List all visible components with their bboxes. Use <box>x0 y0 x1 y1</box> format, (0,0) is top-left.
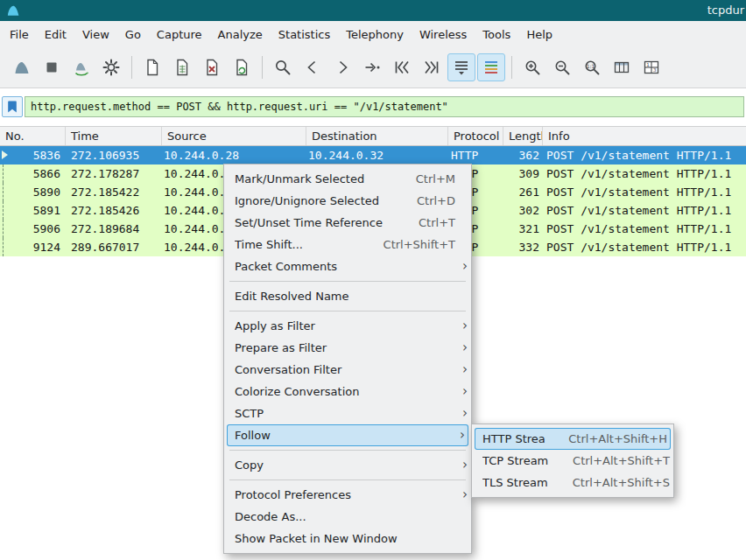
cell-time: 272.178287 <box>66 164 162 183</box>
packet-context-menu: Mark/Unmark Selected Ctrl+M Ignore/Unign… <box>223 164 472 554</box>
column-header-protocol[interactable]: Protocol <box>448 127 503 145</box>
goto-arrow-icon <box>362 58 382 77</box>
related-packet-line <box>3 201 4 220</box>
displayed-columns-button[interactable]: 1 3 <box>637 53 665 81</box>
menu-item-protocol-preferences[interactable]: Protocol Preferences › <box>224 484 471 506</box>
menu-statistics[interactable]: Statistics <box>271 24 338 46</box>
find-packet-button[interactable] <box>269 53 297 81</box>
column-header-destination[interactable]: Destination <box>306 127 448 145</box>
svg-text:3: 3 <box>653 67 657 73</box>
submenu-arrow-icon: › <box>453 425 465 445</box>
last-packet-button[interactable] <box>418 53 446 81</box>
menu-item-label: Prepare as Filter <box>235 338 455 358</box>
start-capture-button[interactable] <box>8 53 36 81</box>
menu-item-label: Set/Unset Time Reference <box>235 213 396 233</box>
go-back-button[interactable] <box>299 53 327 81</box>
menu-item-shortcut: Ctrl+T <box>419 213 455 233</box>
auto-scroll-button[interactable] <box>447 53 475 81</box>
menu-edit[interactable]: Edit <box>37 24 74 46</box>
menu-separator <box>229 281 466 282</box>
submenu-item-http-stream[interactable]: HTTP Stream Ctrl+Alt+Shift+H <box>475 428 671 450</box>
submenu-arrow-icon: › <box>455 338 468 358</box>
packet-row[interactable]: 5836 272.106935 10.244.0.28 10.244.0.32 … <box>0 146 746 164</box>
menu-wireless[interactable]: Wireless <box>412 24 475 46</box>
menu-analyze[interactable]: Analyze <box>210 24 271 46</box>
menu-item-label: SCTP <box>235 403 455 424</box>
first-packet-button[interactable] <box>388 53 416 81</box>
stop-capture-button[interactable] <box>38 53 66 81</box>
cell-length: 309 <box>503 164 543 183</box>
menu-view[interactable]: View <box>74 24 117 46</box>
menu-item-conversation-filter[interactable]: Conversation Filter › <box>224 359 471 381</box>
close-file-button[interactable] <box>198 53 226 81</box>
menu-item-edit-resolved-name[interactable]: Edit Resolved Name <box>224 285 471 307</box>
save-file-button[interactable] <box>168 53 196 81</box>
menu-item-follow[interactable]: Follow › <box>227 424 468 446</box>
reload-file-button[interactable] <box>228 53 256 81</box>
menu-tools[interactable]: Tools <box>475 24 518 46</box>
menu-go[interactable]: Go <box>117 24 149 46</box>
column-header-time[interactable]: Time <box>66 127 162 145</box>
capture-options-button[interactable] <box>97 53 125 81</box>
submenu-item-tcp-stream[interactable]: TCP Stream Ctrl+Alt+Shift+T <box>472 450 673 472</box>
auto-scroll-icon <box>452 58 471 77</box>
colorize-button[interactable] <box>477 53 505 81</box>
packet-list-header: No. Time Source Destination Protocol Len… <box>0 126 746 146</box>
submenu-item-tls-stream[interactable]: TLS Stream Ctrl+Alt+Shift+S <box>472 472 673 494</box>
zoom-in-button[interactable] <box>518 53 546 81</box>
menu-item-packet-comments[interactable]: Packet Comments › <box>224 256 471 277</box>
resize-columns-button[interactable] <box>608 53 636 81</box>
display-filter-bar <box>2 95 744 118</box>
column-header-no[interactable]: No. <box>0 127 66 145</box>
zoom-in-icon <box>523 58 542 77</box>
cell-info: POST /v1/statement HTTP/1.1 <box>543 146 746 164</box>
menu-item-sctp[interactable]: SCTP › <box>224 402 471 424</box>
zoom-out-button[interactable] <box>548 53 576 81</box>
menu-item-apply-as-filter[interactable]: Apply as Filter › <box>224 315 471 337</box>
column-header-length[interactable]: Lengtl <box>503 127 543 145</box>
related-packet-line <box>3 238 4 256</box>
cell-info: POST /v1/statement HTTP/1.1 <box>543 238 746 256</box>
menu-item-mark-unmark-selected[interactable]: Mark/Unmark Selected Ctrl+M <box>224 168 471 190</box>
menu-item-label: Edit Resolved Name <box>235 286 455 306</box>
menu-item-prepare-as-filter[interactable]: Prepare as Filter › <box>224 337 471 359</box>
menu-item-label: Conversation Filter <box>235 360 455 380</box>
cell-time: 272.106935 <box>66 146 162 164</box>
menu-telephony[interactable]: Telephony <box>338 24 412 46</box>
cell-time: 272.185422 <box>66 183 162 201</box>
cell-length: 332 <box>503 238 543 256</box>
close-file-icon <box>202 58 222 77</box>
menu-help[interactable]: Help <box>518 24 560 46</box>
menu-capture[interactable]: Capture <box>149 24 210 46</box>
chevron-left-icon <box>303 58 322 77</box>
cell-protocol: HTTP <box>448 146 503 164</box>
menu-item-show-packet-in-new-window[interactable]: Show Packet in New Window <box>224 528 471 550</box>
menu-item-label: Mark/Unmark Selected <box>235 169 393 189</box>
zoom-reset-button[interactable]: 1:1 <box>578 53 606 81</box>
submenu-arrow-icon: › <box>455 316 468 336</box>
column-header-info[interactable]: Info <box>543 127 746 145</box>
menu-file[interactable]: File <box>2 24 37 46</box>
menu-item-time-shift[interactable]: Time Shift... Ctrl+Shift+T <box>224 234 471 256</box>
display-filter-input[interactable] <box>25 96 744 117</box>
menu-item-set-unset-time-reference[interactable]: Set/Unset Time Reference Ctrl+T <box>224 212 471 234</box>
cell-info: POST /v1/statement HTTP/1.1 <box>543 183 746 201</box>
column-header-source[interactable]: Source <box>162 127 306 145</box>
cell-no: 5836 <box>0 146 66 164</box>
cell-length: 261 <box>503 183 543 201</box>
go-to-packet-button[interactable] <box>358 53 386 81</box>
cell-no: 5906 <box>0 220 66 238</box>
go-forward-button[interactable] <box>328 53 356 81</box>
menu-item-label: Copy <box>235 455 455 475</box>
menu-item-copy[interactable]: Copy › <box>224 454 471 476</box>
filter-bookmark-button[interactable] <box>2 96 23 117</box>
cell-time: 272.185426 <box>66 201 162 220</box>
menu-item-shortcut: Ctrl+Alt+Shift+S <box>573 472 670 493</box>
skip-first-icon <box>392 58 412 77</box>
open-file-button[interactable] <box>138 53 166 81</box>
cell-source: 10.244.0.28 <box>162 146 306 164</box>
restart-capture-button[interactable] <box>67 53 95 81</box>
menu-item-ignore-unignore-selected[interactable]: Ignore/Unignore Selected Ctrl+D <box>224 190 471 212</box>
menu-item-colorize-conversation[interactable]: Colorize Conversation › <box>224 381 471 402</box>
menu-item-decode-as[interactable]: Decode As... <box>224 506 471 528</box>
